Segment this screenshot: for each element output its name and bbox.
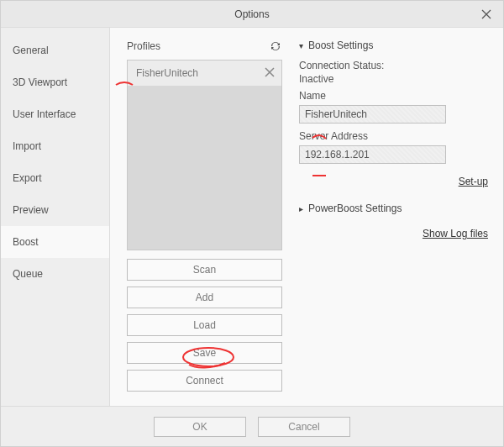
connection-status-label: Connection Status: (299, 60, 488, 71)
server-address-field[interactable]: 192.168.1.201 (299, 145, 446, 164)
sidebar-item-boost[interactable]: Boost (1, 226, 109, 258)
boost-settings-header[interactable]: ▾ Boost Settings (299, 39, 488, 51)
button-label: Load (193, 319, 216, 331)
footer: OK Cancel (1, 406, 503, 446)
button-label: Scan (193, 264, 216, 276)
name-field[interactable]: FisherUnitech (299, 105, 446, 124)
connect-button[interactable]: Connect (127, 370, 282, 392)
button-label: Save (193, 347, 216, 359)
button-label: Connect (186, 375, 223, 387)
close-button[interactable] (470, 1, 503, 28)
powerboost-settings-header[interactable]: ▸ PowerBoost Settings (299, 202, 488, 214)
sidebar-item-label: Export (13, 172, 42, 184)
sidebar-item-label: Preview (13, 204, 49, 216)
sidebar-item-queue[interactable]: Queue (1, 258, 109, 290)
input-value: FisherUnitech (305, 108, 367, 120)
chevron-down-icon: ▾ (299, 41, 303, 50)
sidebar-item-label: Boost (13, 236, 39, 248)
show-log-files-link[interactable]: Show Log files (423, 228, 488, 239)
scan-button[interactable]: Scan (127, 259, 282, 281)
server-address-label: Server Address (299, 130, 488, 142)
setup-link[interactable]: Set-up (459, 176, 488, 187)
connection-status-value: Inactive (299, 73, 488, 85)
button-label: OK (192, 421, 207, 433)
button-label: Add (196, 292, 213, 303)
ok-button[interactable]: OK (154, 417, 246, 437)
save-button[interactable]: Save (127, 342, 282, 364)
button-label: Cancel (288, 421, 319, 433)
name-label: Name (299, 90, 488, 102)
sidebar-item-export[interactable]: Export (1, 162, 109, 194)
sidebar-item-label: Import (13, 140, 41, 152)
profile-remove-button[interactable] (265, 66, 275, 81)
refresh-button[interactable] (269, 39, 282, 53)
window-title: Options (234, 8, 269, 20)
sidebar-item-3d-viewport[interactable]: 3D Viewport (1, 66, 109, 98)
sidebar-item-label: Queue (13, 268, 43, 280)
profile-item[interactable]: FisherUnitech (128, 60, 281, 86)
load-button[interactable]: Load (127, 314, 282, 336)
close-icon (265, 67, 275, 77)
profile-item-name: FisherUnitech (136, 67, 198, 79)
section-label: Boost Settings (308, 39, 373, 51)
sidebar: General 3D Viewport User Interface Impor… (1, 28, 110, 406)
sidebar-item-preview[interactable]: Preview (1, 194, 109, 226)
chevron-right-icon: ▸ (299, 204, 303, 213)
sidebar-item-import[interactable]: Import (1, 130, 109, 162)
profiles-list[interactable]: FisherUnitech (127, 60, 282, 250)
profiles-label: Profiles (127, 40, 160, 52)
close-icon (481, 9, 491, 19)
refresh-icon (269, 39, 282, 53)
sidebar-item-label: User Interface (13, 108, 76, 120)
sidebar-item-label: General (13, 45, 49, 56)
cancel-button[interactable]: Cancel (258, 417, 350, 437)
sidebar-item-label: 3D Viewport (13, 76, 67, 88)
add-button[interactable]: Add (127, 287, 282, 308)
sidebar-item-user-interface[interactable]: User Interface (1, 98, 109, 130)
sidebar-item-general[interactable]: General (1, 34, 109, 66)
section-label: PowerBoost Settings (308, 202, 402, 214)
input-value: 192.168.1.201 (305, 149, 370, 160)
titlebar: Options (1, 1, 503, 28)
